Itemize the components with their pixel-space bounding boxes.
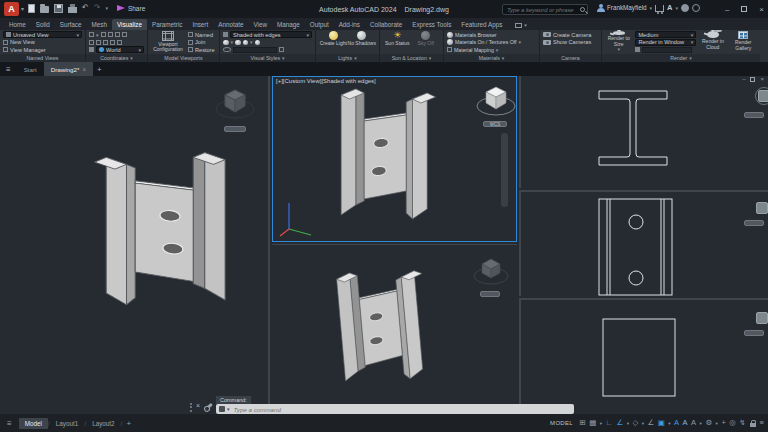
ucs-x-icon[interactable] xyxy=(110,40,115,45)
panel-label[interactable]: Visual Styles ▾ xyxy=(220,54,315,62)
view-manager-button[interactable]: View Manager xyxy=(3,46,82,54)
chevron-down-icon[interactable]: ▾ xyxy=(231,39,234,45)
ribbon-tab[interactable]: Express Tools xyxy=(407,19,456,30)
search-box[interactable] xyxy=(502,4,588,15)
panel-label[interactable]: Named Views xyxy=(0,54,85,62)
graphics-performance-icon[interactable]: ↯ xyxy=(739,418,745,428)
restore-button[interactable] xyxy=(741,6,747,12)
panel-label[interactable]: Render ▾ xyxy=(602,54,760,62)
command-bar[interactable]: ▾ xyxy=(216,404,574,414)
layout1-tab[interactable]: Layout1 xyxy=(50,418,84,429)
undo-icon[interactable]: ↶ xyxy=(82,3,89,13)
ribbon-tab[interactable]: Solid xyxy=(31,19,55,30)
viewport-controls-label[interactable]: [+][Custom View][Shaded with edges] xyxy=(276,78,376,84)
autocad-logo[interactable]: A xyxy=(4,2,19,16)
user-avatar-icon[interactable] xyxy=(596,4,604,12)
lighting-quality-icon[interactable] xyxy=(243,40,249,46)
named-viewports-button[interactable]: Named xyxy=(188,31,216,39)
customization-icon[interactable]: ≡ xyxy=(760,418,764,428)
visual-style-dropdown[interactable]: Shaded with edges ▾ xyxy=(230,31,312,38)
chevron-down-icon[interactable]: ▾ xyxy=(668,421,670,426)
opacity-value-box[interactable] xyxy=(279,47,284,52)
search-input[interactable] xyxy=(505,6,580,14)
help-icon[interactable] xyxy=(681,4,689,12)
ribbon-tab[interactable]: Collaborate xyxy=(365,19,407,30)
create-light-button[interactable]: Create Light xyxy=(319,31,348,47)
command-input[interactable] xyxy=(232,405,571,414)
annotation-autoscale-icon[interactable]: A xyxy=(683,418,688,428)
ribbon-tab[interactable]: Output xyxy=(305,19,334,30)
ribbon-tab[interactable]: Mesh xyxy=(87,19,112,30)
no-shadows-button[interactable]: No Shadows xyxy=(348,31,377,47)
autodesk-assistant-icon[interactable]: A xyxy=(667,3,672,12)
command-grip-handle[interactable] xyxy=(190,403,192,412)
model-tab[interactable]: Model xyxy=(19,418,48,429)
shadow-effects-icon[interactable] xyxy=(255,40,261,46)
recent-commands-icon[interactable] xyxy=(219,406,225,412)
ribbon-tab[interactable]: Annotate xyxy=(213,19,248,30)
wcs-dropdown[interactable] xyxy=(744,330,764,336)
close-button[interactable]: × xyxy=(759,5,764,14)
render-to-size-button[interactable]: Render to Size ▾ xyxy=(605,31,632,53)
ribbon-tab[interactable]: Visualize xyxy=(112,19,147,30)
isometric-drafting-icon[interactable]: ◇ xyxy=(632,418,638,428)
command-wrench-icon[interactable] xyxy=(205,403,213,410)
panel-label[interactable]: Sun & Location ▾ xyxy=(380,54,443,62)
panel-label[interactable]: Coordinates ▾ xyxy=(86,54,147,62)
view-dropdown[interactable]: Unsaved View ▾ xyxy=(3,31,82,38)
chevron-down-icon[interactable]: ▾ xyxy=(627,421,629,426)
annotation-monitor-icon[interactable]: + xyxy=(721,418,725,428)
viewport-left[interactable] xyxy=(0,76,270,414)
file-tab-drawing2[interactable]: Drawing2* × xyxy=(44,62,93,76)
lock-ui-icon[interactable] xyxy=(749,419,756,428)
ribbon-tab[interactable]: Insert xyxy=(187,19,213,30)
opacity-slider[interactable] xyxy=(233,47,277,53)
render-gallery-button[interactable]: Render Gallery xyxy=(730,31,757,53)
wcs-dropdown[interactable] xyxy=(480,291,500,297)
chevron-down-icon[interactable]: ▾ xyxy=(716,421,718,426)
ribbon-tab[interactable]: Parametric xyxy=(147,19,187,30)
share-button[interactable]: Share xyxy=(117,5,145,12)
viewcube[interactable] xyxy=(473,81,517,123)
ribbon-tab[interactable]: Home xyxy=(4,19,31,30)
ucs-dropdown[interactable]: World ▾ xyxy=(96,46,144,53)
store-cart-icon[interactable] xyxy=(655,5,664,12)
chevron-down-icon[interactable]: ▾ xyxy=(600,421,602,426)
polar-tracking-icon[interactable]: ∠ xyxy=(616,418,623,428)
ribbon-tab[interactable]: View xyxy=(248,19,272,30)
sky-off-button[interactable]: Sky Off xyxy=(412,31,441,47)
account-caret-icon[interactable]: ▾ xyxy=(650,5,653,11)
ibeam-top-wireframe[interactable] xyxy=(521,192,768,296)
app-menu-caret-icon[interactable]: ▾ xyxy=(21,5,24,12)
join-viewports-button[interactable]: Join xyxy=(188,39,216,47)
redo-icon[interactable]: ↷ xyxy=(94,3,101,13)
panel-label[interactable]: Camera xyxy=(540,54,601,62)
wcs-dropdown[interactable] xyxy=(744,220,764,226)
viewport-top-view[interactable] xyxy=(519,190,768,296)
ucs-zaxis-icon[interactable] xyxy=(96,40,101,45)
chevron-down-icon[interactable]: ▾ xyxy=(250,39,253,45)
face-effects-icon[interactable] xyxy=(235,40,241,46)
chevron-down-icon[interactable]: ▾ xyxy=(96,32,99,38)
panel-label[interactable]: Lights ▾ xyxy=(316,54,379,62)
ucs-face-icon[interactable] xyxy=(115,32,120,37)
render-in-cloud-button[interactable]: Render in Cloud xyxy=(699,31,726,53)
isolate-objects-icon[interactable]: ◎ xyxy=(729,418,736,428)
open-folder-icon[interactable] xyxy=(40,6,49,13)
edge-effects-icon[interactable] xyxy=(223,40,229,46)
xray-toggle-icon[interactable] xyxy=(223,47,231,52)
ribbon-tab[interactable]: Featured Apps xyxy=(456,19,507,30)
doc-minimize-button[interactable]: – xyxy=(742,76,745,82)
qat-customize-caret-icon[interactable]: ▾ xyxy=(105,5,108,11)
material-mapping-button[interactable]: Material Mapping ▾ xyxy=(447,46,536,54)
search-icon[interactable] xyxy=(580,7,585,12)
ucs-view-icon[interactable] xyxy=(122,32,127,37)
ribbon-tab[interactable]: Surface xyxy=(55,19,87,30)
object-snap-icon[interactable]: ▣ xyxy=(658,418,665,428)
assistant-caret-icon[interactable]: ▾ xyxy=(675,5,678,11)
ucs-world-icon[interactable] xyxy=(101,32,106,37)
ucs-origin-icon[interactable] xyxy=(89,40,94,45)
layout-menu-icon[interactable]: ≡ xyxy=(7,419,12,428)
ucs-named-icon[interactable] xyxy=(89,47,94,52)
new-drawing-tab-button[interactable]: + xyxy=(97,65,102,74)
